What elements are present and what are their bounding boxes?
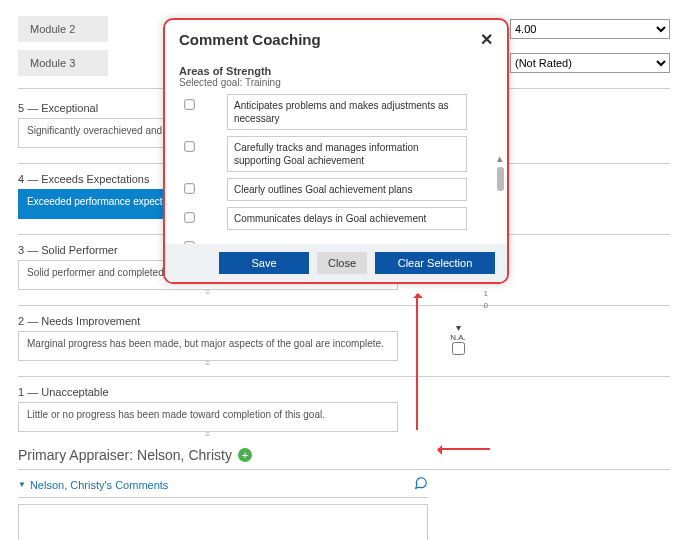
modal-title: Comment Coaching (179, 31, 321, 48)
rating-chart: 2 1 0 ▾ N.A. (428, 276, 488, 355)
resize-handle-icon[interactable] (18, 362, 398, 366)
close-icon[interactable]: ✕ (480, 30, 493, 49)
module-3-rating-select[interactable]: (Not Rated) (510, 53, 670, 73)
primary-appraiser-heading: Primary Appraiser: Nelson, Christy + (18, 447, 670, 465)
coaching-option-text: Carefully tracks and manages information… (227, 136, 467, 172)
modal-section-title: Areas of Strength (165, 51, 507, 77)
close-button[interactable]: Close (317, 252, 367, 274)
coaching-option-checkbox[interactable] (184, 241, 194, 244)
rating-level-desc[interactable]: Little or no progress has been made towa… (18, 402, 398, 432)
rating-level-title: 2 — Needs Improvement (18, 312, 670, 331)
na-checkbox[interactable] (452, 342, 465, 355)
module-2-tab[interactable]: Module 2 (18, 16, 108, 42)
scroll-thumb[interactable] (497, 167, 504, 191)
module-2-rating-select[interactable]: 4.00 (510, 19, 670, 39)
resize-handle-icon[interactable] (18, 433, 398, 437)
modal-selected-goal: Selected goal: Training (165, 77, 507, 94)
clear-selection-button[interactable]: Clear Selection (375, 252, 495, 274)
comments-toggle[interactable]: ▼ Nelson, Christy's Comments (18, 472, 428, 498)
rating-level-title: 1 — Unacceptable (18, 383, 670, 402)
comments-textarea[interactable] (18, 504, 428, 540)
coaching-option-text: Anticipates problems and makes adjustmen… (227, 94, 467, 130)
chevron-down-icon: ▼ (18, 480, 26, 489)
annotation-arrow-vertical (416, 294, 418, 430)
comment-bubble-icon[interactable] (414, 476, 428, 493)
scroll-up-icon: ▴ (497, 152, 503, 165)
coaching-option-text: Communicates delays in Goal achievement (227, 207, 467, 230)
coaching-option-checkbox[interactable] (184, 99, 194, 109)
coaching-option-checkbox[interactable] (184, 141, 194, 151)
chevron-down-icon: ▾ (428, 322, 488, 333)
save-button[interactable]: Save (219, 252, 309, 274)
coaching-option-checkbox[interactable] (184, 212, 194, 222)
coaching-option-checkbox[interactable] (184, 183, 194, 193)
comment-coaching-modal: Comment Coaching ✕ Areas of Strength Sel… (163, 18, 509, 284)
coaching-option-text: Clearly outlines Goal achievement plans (227, 178, 467, 201)
modal-scrollbar[interactable]: ▴ ▾ (495, 152, 505, 244)
add-appraiser-icon[interactable]: + (238, 448, 252, 462)
rating-level-desc[interactable]: Marginal progress has been made, but maj… (18, 331, 398, 361)
module-3-tab[interactable]: Module 3 (18, 50, 108, 76)
annotation-arrow-horizontal (438, 448, 490, 450)
resize-handle-icon[interactable] (18, 291, 398, 295)
